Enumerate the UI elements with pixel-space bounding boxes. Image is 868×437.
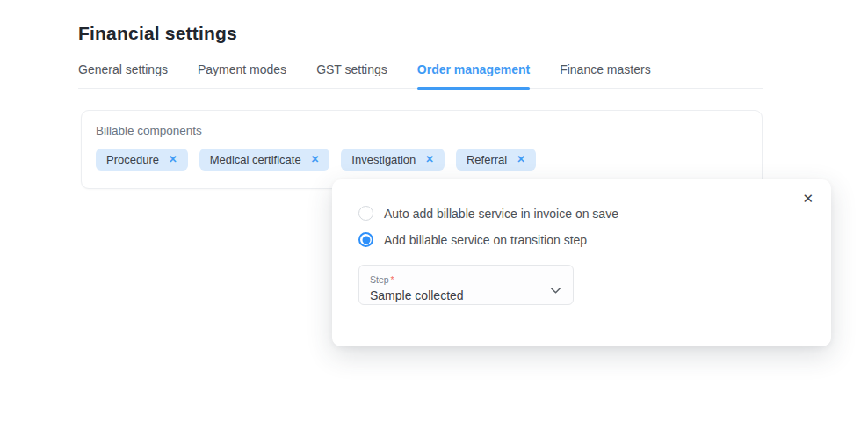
settings-tab[interactable]: Finance masters	[560, 62, 650, 88]
settings-tab[interactable]: GST settings	[316, 62, 387, 88]
billable-components-label: Billable components	[96, 124, 748, 137]
radio-option-label: Add billable service on transition step	[384, 233, 587, 247]
step-select-value: Sample collected	[370, 288, 562, 302]
radio-option[interactable]: Auto add billable service in invoice on …	[358, 206, 831, 221]
tab-label: Finance masters	[560, 62, 650, 76]
billable-component-chip[interactable]: Medical certificate ✕	[199, 149, 330, 171]
chip-label: Medical certificate	[210, 153, 301, 166]
chip-remove-icon[interactable]: ✕	[517, 155, 525, 165]
chip-remove-icon[interactable]: ✕	[425, 155, 434, 165]
settings-tab[interactable]: Payment modes	[198, 62, 286, 88]
step-select-label: Step	[370, 274, 389, 285]
radio-option-label: Auto add billable service in invoice on …	[384, 207, 618, 221]
billable-service-option-group: Auto add billable service in invoice on …	[332, 179, 831, 247]
billable-component-chip[interactable]: Referral ✕	[456, 149, 536, 171]
billable-component-chip[interactable]: Procedure ✕	[96, 149, 188, 171]
tab-label: General settings	[78, 62, 168, 76]
radio-icon[interactable]	[358, 232, 373, 247]
tab-label: Order management	[417, 62, 530, 76]
radio-icon[interactable]	[358, 206, 373, 221]
settings-tab[interactable]: General settings	[78, 62, 168, 88]
chip-label: Referral	[467, 153, 507, 166]
settings-tab-bar: General settings Payment modes GST setti…	[78, 62, 763, 89]
chip-label: Investigation	[351, 153, 416, 166]
chip-remove-icon[interactable]: ✕	[169, 155, 177, 165]
page-title: Financial settings	[78, 23, 868, 44]
required-marker: *	[391, 274, 394, 285]
billable-components-chip-list: Procedure ✕ Medical certificate ✕ Invest…	[96, 149, 748, 171]
billable-service-dialog: ✕ Auto add billable service in invoice o…	[332, 179, 831, 346]
billable-components-card: Billable components Procedure ✕ Medical …	[81, 110, 763, 189]
page-content: Financial settings General settings Paym…	[0, 0, 868, 189]
radio-option[interactable]: Add billable service on transition step	[358, 232, 831, 247]
close-icon[interactable]: ✕	[799, 188, 817, 208]
chip-label: Procedure	[106, 153, 159, 166]
settings-tab[interactable]: Order management	[417, 62, 530, 88]
chevron-down-icon	[550, 282, 561, 298]
tab-label: GST settings	[316, 62, 387, 76]
billable-component-chip[interactable]: Investigation ✕	[341, 149, 445, 171]
tab-label: Payment modes	[198, 62, 286, 76]
step-select[interactable]: Step* Sample collected	[358, 265, 574, 305]
chip-remove-icon[interactable]: ✕	[311, 155, 320, 165]
